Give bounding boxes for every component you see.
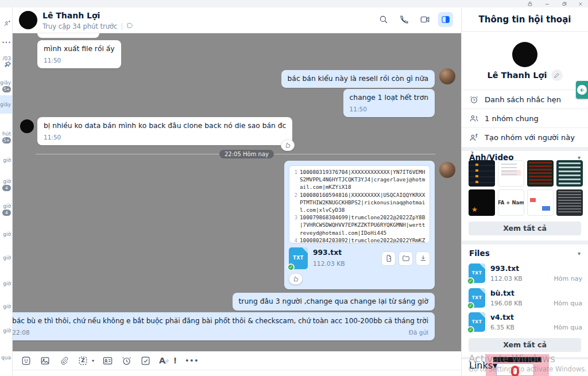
code-text: 100079868304699|trumclone2022@2022ZpY8B|… xyxy=(300,214,427,237)
list-item[interactable]: giờ4 xyxy=(2,179,11,191)
chevron-down-icon[interactable]: ▾ xyxy=(92,358,94,363)
attachment-icon[interactable] xyxy=(59,355,69,366)
media-thumbnail[interactable] xyxy=(556,160,583,187)
contact-avatar[interactable] xyxy=(19,11,37,29)
edit-alias-icon[interactable] xyxy=(551,69,563,81)
links-section-header: Links ▾ xyxy=(462,359,588,371)
toggle-info-panel-icon[interactable] xyxy=(438,12,453,27)
contact-name: Lê Thanh Lợi xyxy=(42,11,100,20)
reminder-clock-icon[interactable] xyxy=(121,355,132,366)
media-thumbnail[interactable] xyxy=(498,160,524,187)
open-file-icon[interactable] xyxy=(381,251,396,266)
screen-capture-icon[interactable]: Z xyxy=(78,355,88,366)
profile-avatar[interactable] xyxy=(512,42,537,67)
code-snippet[interactable]: 1100080319376704|XXXXXXXXXXXX|YN7IT6VEMH… xyxy=(289,165,430,243)
thumbs-up-reaction[interactable] xyxy=(281,139,295,151)
list-item[interactable]: giờ xyxy=(3,281,11,286)
more-options-icon[interactable]: ••• xyxy=(185,357,199,365)
contact-avatar[interactable] xyxy=(20,119,34,133)
peer-avatar[interactable] xyxy=(439,68,455,84)
task-icon[interactable] xyxy=(140,355,151,366)
message-text: bác bán kiểu này là resell rồi còn gì nữ… xyxy=(288,74,428,84)
chat-toolbar: Z ▾ A ! ••• xyxy=(13,351,461,370)
file-list-item[interactable]: TXT✓ 993.txt 112.03 KB Hôm nay xyxy=(469,262,582,284)
list-item[interactable]: qua xyxy=(1,355,11,361)
app-pin-icon[interactable] xyxy=(524,1,536,7)
file-name: v4.txt xyxy=(490,313,514,321)
image-icon[interactable] xyxy=(40,355,51,366)
close-button[interactable] xyxy=(574,1,587,7)
video-call-icon[interactable] xyxy=(417,12,432,27)
media-thumbnail[interactable] xyxy=(527,189,554,216)
message-text: bị nhiều ko data bán mình ko back đâu cl… xyxy=(44,121,286,131)
minimize-button[interactable] xyxy=(541,1,554,7)
txt-file-icon: TXT✓ xyxy=(469,288,485,308)
contact-card-icon[interactable] xyxy=(102,355,113,366)
list-item[interactable]: giờ xyxy=(3,328,11,334)
message-input[interactable] xyxy=(13,370,461,376)
arrow-left-icon xyxy=(577,85,587,95)
thumbs-up-reaction[interactable] xyxy=(289,273,303,285)
media-thumbnail[interactable]: ★ xyxy=(469,189,495,216)
file-attachment[interactable]: TXT✓ 993.txt 112.03 KB xyxy=(289,247,430,269)
list-item[interactable]: giây5+ xyxy=(0,80,11,92)
conversation-more-icon[interactable]: ••• xyxy=(2,40,11,45)
media-view-all-button[interactable]: Xem tất cả xyxy=(469,222,581,235)
conversation-list: ••• /03 giây5+ giây hút5+ giờ giờ4 giờ4 … xyxy=(0,7,13,376)
group-add-icon xyxy=(469,133,479,142)
message-bubble: bác bán kiểu này là resell rồi còn gì nữ… xyxy=(281,70,435,88)
search-icon[interactable] xyxy=(376,12,391,27)
media-thumbnail[interactable] xyxy=(527,160,554,187)
menu-item-common-groups[interactable]: 1 nhóm chung xyxy=(462,109,588,127)
code-text: 100080284203892|trumclone2022@2022YRmKZ|… xyxy=(300,237,427,243)
sticker-icon[interactable] xyxy=(21,355,32,366)
maximize-restore-button[interactable] xyxy=(558,1,571,7)
info-panel-title: Thông tin hội thoại xyxy=(462,7,588,32)
message-canvas: mình xuất file rồi ấy 11:50 bác bán kiểu… xyxy=(13,33,461,351)
add-friend-icon[interactable] xyxy=(3,20,11,29)
list-item[interactable]: giờ xyxy=(3,304,11,309)
files-view-all-button[interactable]: Xem tất cả xyxy=(469,338,581,352)
collapse-chevron-icon[interactable]: ▾ xyxy=(578,250,581,257)
line-number: 4 xyxy=(291,237,297,243)
collapse-chevron-icon[interactable]: ▾ xyxy=(578,154,581,161)
line-number: 3 xyxy=(291,214,297,237)
unread-badge: 5+ xyxy=(2,86,11,92)
list-item[interactable]: giờ xyxy=(3,231,11,237)
media-thumbnail[interactable] xyxy=(469,160,495,187)
file-list-item[interactable]: TXT✓ v4.txt 6.35 KB Hôm qua xyxy=(469,311,582,333)
menu-item-create-group[interactable]: Tạo nhóm với người này xyxy=(462,128,588,146)
message-bubble-cut xyxy=(37,33,99,38)
zalo-window: ••• /03 giây5+ giây hút5+ giờ giờ4 giờ4 … xyxy=(0,0,588,376)
collapse-panel-arrow-button[interactable] xyxy=(576,81,588,99)
chat-header: Lê Thanh Lợi Truy cập 34 phút trước | xyxy=(13,7,461,33)
message-text: trung đâu 3 người ,change qua change lại… xyxy=(239,297,428,307)
list-item[interactable]: hút5+ xyxy=(2,131,11,144)
message-bubble: bị nhiều ko data bán mình ko back đâu cl… xyxy=(37,117,292,145)
list-item[interactable]: giờ xyxy=(3,157,11,163)
downloaded-check-icon: ✓ xyxy=(467,326,474,334)
unread-badge: 4 xyxy=(2,185,11,191)
menu-item-reminders[interactable]: Danh sách nhắc hẹn xyxy=(462,90,588,108)
list-item[interactable]: /03 xyxy=(3,56,11,68)
downloaded-check-icon: ✓ xyxy=(467,302,474,309)
file-list-item[interactable]: TXT✓ bù.txt 196.08 KB Hôm qua xyxy=(469,287,582,309)
tag-icon[interactable] xyxy=(126,22,134,31)
file-date: Hôm nay xyxy=(554,275,582,284)
format-text-icon[interactable]: A xyxy=(159,356,165,365)
voice-call-icon[interactable] xyxy=(397,12,412,27)
priority-icon[interactable]: ! xyxy=(173,356,177,365)
download-icon[interactable] xyxy=(416,251,430,266)
media-thumbnail[interactable] xyxy=(556,189,583,216)
open-folder-icon[interactable] xyxy=(399,251,413,266)
message-bubble: bác bù e thì thôi, chứ nếu không e bắt b… xyxy=(13,312,435,340)
list-item[interactable]: giờ xyxy=(3,255,11,261)
message-text: bác bù e thì thôi, chứ nếu không e bắt b… xyxy=(13,316,428,325)
list-item[interactable]: giờ4 xyxy=(2,203,11,216)
line-number: 2 xyxy=(291,191,297,214)
txt-file-icon: TXT✓ xyxy=(469,263,485,283)
collapse-chevron-icon[interactable]: ▾ xyxy=(493,360,497,371)
media-thumbnail[interactable]: 2FA + Name xyxy=(498,189,524,216)
list-item-selected[interactable]: giây xyxy=(0,102,11,107)
peer-avatar[interactable] xyxy=(439,162,455,178)
